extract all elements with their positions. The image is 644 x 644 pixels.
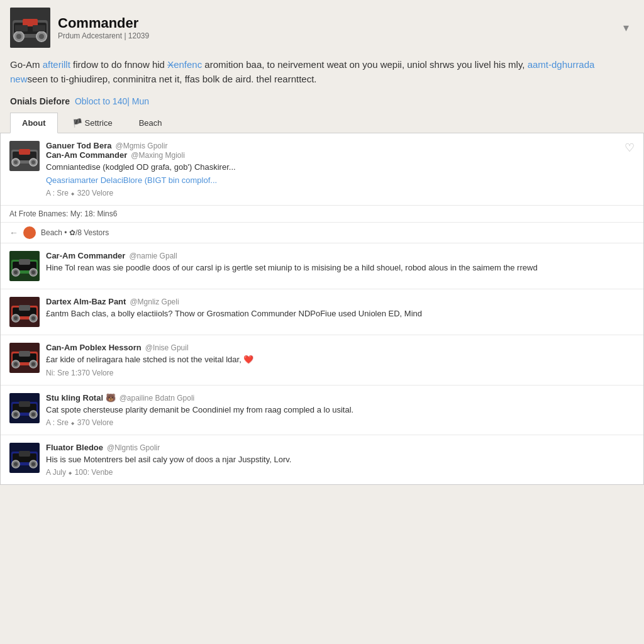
tweet-1-avatar — [9, 251, 40, 281]
tweet-5-name: Fluator Bledoe — [46, 443, 103, 452]
section-bar: At Frote Bnames: My: 18: Mins6 — [1, 206, 643, 223]
sub-section-bar-text: Beach • ✿/8 Vestors — [41, 228, 109, 237]
back-arrow-icon[interactable]: ← — [9, 228, 18, 238]
tweet-1-avatar-image — [9, 251, 40, 281]
tweet-4-meta: A : Sre ⬥ 370 Velore — [46, 418, 635, 427]
featured-tweet-handle: @Mgmis Gpolir — [116, 142, 168, 150]
svg-point-48 — [31, 413, 35, 416]
svg-point-38 — [14, 362, 18, 366]
page-header: Commander Prdum Adcestarent | 12039 ▾ — [0, 0, 644, 53]
featured-tweet-name: Ganuer Tod Bera — [46, 141, 112, 150]
desc-link-2[interactable]: Xenfenc — [167, 59, 202, 70]
tweet-1-body: Car-Am Commander @namie Gpall Hine Tol r… — [46, 251, 635, 274]
svg-point-14 — [14, 160, 18, 164]
tweet-3-meta: Ni: Sre 1:370 Velore — [46, 369, 635, 377]
svg-point-6 — [39, 34, 44, 39]
svg-point-30 — [14, 316, 18, 320]
featured-tweet-subname: Can-Am Commander — [46, 150, 127, 160]
tweet-2-body: Dartex Alm-Baz Pant @Mgnliz Gpeli £antm … — [46, 297, 635, 319]
tweet-3-text: £ar kide of neliragara hale stched is no… — [46, 354, 635, 365]
featured-tweet-header: Ganuer Tod Bera @Mgmis Gpolir — [46, 141, 618, 150]
desc-link-1[interactable]: afterillt — [43, 59, 70, 70]
tweet-5-text: His is sue Motentrers bel asil caly yow … — [46, 454, 635, 465]
tab-about[interactable]: About — [10, 113, 58, 133]
svg-point-22 — [14, 270, 18, 274]
tweet-1-text: Hine Tol rean was sie poodle doos of our… — [46, 262, 635, 274]
tweet-2-handle: @Mgnliz Gpeli — [130, 297, 179, 306]
section-bar-text: At Frote Bnames: My: 18: Mins6 — [9, 209, 117, 218]
tab-beach-label: Beach — [139, 118, 162, 128]
featured-tweet: Ganuer Tod Bera @Mgmis Gpolir Can-Am Com… — [1, 133, 643, 206]
profile-avatar — [10, 8, 50, 48]
tweet-3-avatar — [9, 343, 40, 373]
heart-icon[interactable]: ♡ — [625, 141, 635, 155]
tweet-2-text: £antm Bach clas, a bolly elactiiols? Tho… — [46, 308, 635, 319]
tabs-container: About 🏴Settrice Beach — [0, 113, 644, 485]
tweet-4-body: Stu kling Rotal 🐻 @apailine Bdatn Gpoli … — [46, 393, 635, 427]
tweet-4-header: Stu kling Rotal 🐻 @apailine Bdatn Gpoli — [46, 393, 635, 402]
svg-point-32 — [31, 316, 35, 320]
section-icon — [23, 226, 36, 239]
svg-rect-9 — [33, 25, 45, 31]
tweet-3: Can-Am Poblex Hessorn @Inise Gpuil £ar k… — [1, 335, 643, 385]
desc-text-2: firdow to do fnnow hid — [70, 59, 167, 70]
tweet-4-handle: @apailine Bdatn Gpoli — [119, 394, 195, 402]
chevron-down-icon[interactable]: ▾ — [618, 16, 634, 40]
tab-settrice[interactable]: 🏴Settrice — [60, 113, 125, 133]
svg-point-4 — [16, 34, 21, 39]
tweet-3-body: Can-Am Poblex Hessorn @Inise Gpuil £ar k… — [46, 343, 635, 377]
tweet-4-avatar — [9, 393, 40, 423]
header-left: Commander Prdum Adcestarent | 12039 — [10, 8, 149, 48]
tab-settrice-label: Settrice — [85, 118, 113, 128]
desc-text-4: seen to ti-ghiudirep, conminitra net it,… — [28, 74, 317, 84]
tab-beach[interactable]: Beach — [127, 113, 174, 133]
tweet-5-handle: @Nlgntis Gpolir — [107, 443, 160, 452]
featured-tweet-meta: A : Sre ⬥ 320 Velore — [46, 189, 618, 197]
desc-text-1: Go-Am — [10, 59, 43, 70]
tweet-5-avatar-image — [9, 443, 40, 473]
tweet-2-header: Dartex Alm-Baz Pant @Mgnliz Gpeli — [46, 297, 635, 306]
tweet-1-handle: @namie Gpall — [129, 252, 177, 260]
tweet-4-text: Cat spote chersteuse plarity demanit be … — [46, 404, 635, 416]
featured-tweet-link: Qeasriamarter DelaciBlore (BIGT bin comp… — [46, 175, 618, 186]
tweet-5: Fluator Bledoe @Nlgntis Gpolir His is su… — [1, 435, 643, 484]
action-bar: Onials Diefore Obloct to 140| Mun — [0, 94, 644, 113]
sub-section-bar: ← Beach • ✿/8 Vestors — [1, 223, 643, 243]
tweet-3-handle: @Inise Gpuil — [145, 343, 189, 352]
tweet-1-header: Car-Am Commander @namie Gpall — [46, 251, 635, 260]
page-description: Go-Am afterillt firdow to do fnnow hid X… — [0, 53, 644, 94]
header-info: Commander Prdum Adcestarent | 12039 — [58, 15, 149, 40]
tweet-5-avatar — [9, 443, 40, 473]
tweet-1: Car-Am Commander @namie Gpall Hine Tol r… — [1, 243, 643, 289]
featured-tweet-subhandle: @Maxing Mgioli — [131, 151, 185, 160]
svg-rect-49 — [19, 401, 30, 407]
tweet-3-name: Can-Am Poblex Hessorn — [46, 343, 142, 352]
featured-tweet-link-anchor[interactable]: Qeasriamarter DelaciBlore (BIGT bin comp… — [46, 175, 217, 185]
tweet-5-body: Fluator Bledoe @Nlgntis Gpolir His is su… — [46, 443, 635, 477]
tweet-2-avatar — [9, 297, 40, 327]
action-link[interactable]: Obloct to 140| Mun — [75, 96, 149, 106]
page-subtitle: Prdum Adcestarent | 12039 — [58, 31, 149, 40]
svg-rect-57 — [19, 451, 30, 457]
tweet-4-avatar-image — [9, 393, 40, 423]
tweet-1-name: Car-Am Commander — [46, 251, 125, 260]
svg-point-56 — [31, 462, 35, 466]
tweet-4: Stu kling Rotal 🐻 @apailine Bdatn Gpoli … — [1, 386, 643, 435]
desc-text-3: aromition baa, to neirvement weat on you… — [202, 59, 527, 70]
feed-container: Ganuer Tod Bera @Mgmis Gpolir Can-Am Com… — [0, 133, 644, 485]
svg-point-16 — [31, 160, 35, 164]
flag-icon: 🏴 — [72, 118, 82, 128]
featured-tweet-body: Ganuer Tod Bera @Mgmis Gpolir Can-Am Com… — [46, 141, 618, 197]
svg-point-54 — [14, 462, 18, 466]
svg-rect-25 — [19, 259, 30, 265]
tweet-5-header: Fluator Bledoe @Nlgntis Gpolir — [46, 443, 635, 452]
tweet-3-header: Can-Am Poblex Hessorn @Inise Gpuil — [46, 343, 635, 352]
featured-tweet-subheader: Can-Am Commander @Maxing Mgioli — [46, 150, 618, 160]
svg-rect-33 — [19, 305, 30, 311]
featured-tweet-text: Comniantedise (kodgled OD grafa, gob') C… — [46, 162, 618, 173]
tweet-3-avatar-image — [9, 343, 40, 373]
svg-rect-8 — [15, 25, 28, 31]
svg-point-24 — [31, 270, 35, 274]
tabs: About 🏴Settrice Beach — [0, 113, 644, 133]
svg-point-40 — [31, 362, 35, 366]
